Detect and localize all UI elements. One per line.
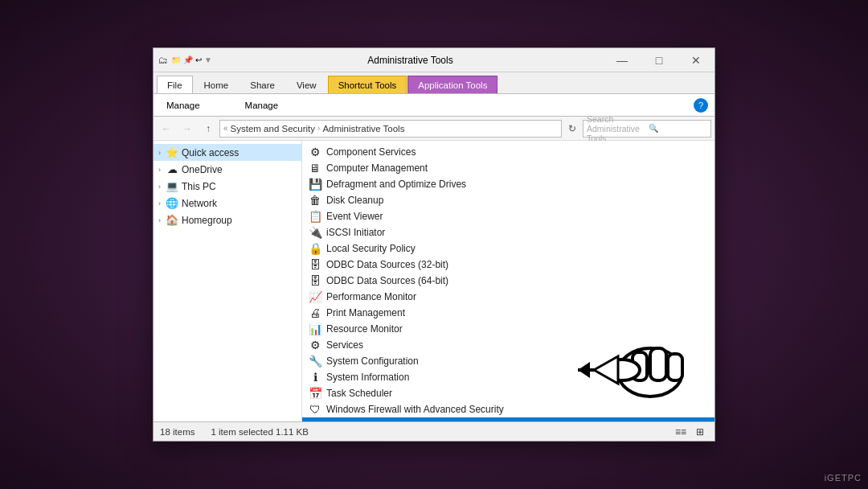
file-item[interactable]: 🛡 Windows Firewall with Advanced Securit… <box>302 401 714 417</box>
tab-view[interactable]: View <box>286 76 327 93</box>
chevron-icon: › <box>158 216 161 224</box>
file-item[interactable]: 📊 Resource Monitor <box>302 321 714 337</box>
homegroup-icon: 🏠 <box>166 214 178 226</box>
file-name: ODBC Data Sources (32-bit) <box>326 259 448 270</box>
item-count: 18 items <box>160 427 194 437</box>
file-icon: 🖨 <box>309 306 321 319</box>
forward-button[interactable]: → <box>178 120 197 138</box>
ribbon-manage-shortcut[interactable]: Manage <box>160 98 207 113</box>
file-item[interactable]: ⚙ Services <box>302 337 714 353</box>
details-view-button[interactable]: ≡≡ <box>673 425 689 439</box>
main-content: › ⭐ Quick access › ☁ OneDrive › 💻 This P… <box>154 141 714 421</box>
sidebar-item-this-pc[interactable]: › 💻 This PC <box>154 178 301 195</box>
file-item[interactable]: 📋 Event Viewer <box>302 208 714 224</box>
tab-file[interactable]: File <box>157 76 193 93</box>
file-item[interactable]: 🗑 Disk Cleanup <box>302 192 714 208</box>
file-item[interactable]: 🔧 System Configuration <box>302 353 714 369</box>
large-icons-view-button[interactable]: ⊞ <box>692 425 708 439</box>
file-name: System Information <box>326 372 409 383</box>
this-pc-icon: 💻 <box>166 180 178 192</box>
file-icon: 🗑 <box>309 194 321 207</box>
file-item[interactable]: ℹ System Information <box>302 369 714 385</box>
file-item[interactable]: 🖥 Computer Management <box>302 160 714 176</box>
breadcrumb-icon: « <box>223 124 228 133</box>
sidebar-label-this-pc: This PC <box>182 181 216 192</box>
ribbon-manage-application[interactable]: Manage <box>239 98 285 113</box>
file-name: System Configuration <box>326 355 419 367</box>
chevron-icon: › <box>158 149 161 157</box>
file-item[interactable]: 🔌 iSCSI Initiator <box>302 224 714 240</box>
sidebar-item-quick-access[interactable]: › ⭐ Quick access <box>154 144 301 161</box>
sidebar-label-quick-access: Quick access <box>182 147 239 158</box>
window-title: Administrative Tools <box>217 48 604 72</box>
tab-application-tools[interactable]: Application Tools <box>407 76 497 93</box>
maximize-button[interactable]: □ <box>641 48 678 72</box>
tab-home[interactable]: Home <box>194 76 240 93</box>
quick-access-icon: ⭐ <box>166 146 178 158</box>
file-icon: 🛡 <box>309 403 321 416</box>
sidebar-label-homegroup: Homegroup <box>182 215 232 226</box>
file-name: Performance Monitor <box>326 291 416 302</box>
file-icon: 📈 <box>309 290 321 303</box>
title-bar-left: 🗂 📁 📌 ↩ ▼ <box>154 48 217 72</box>
file-icon: 🔧 <box>309 355 321 368</box>
file-icon: ⚙ <box>309 339 321 351</box>
file-item[interactable]: 📅 Task Scheduler <box>302 385 714 401</box>
file-item[interactable]: 🗄 ODBC Data Sources (32-bit) <box>302 257 714 273</box>
help-button[interactable]: ? <box>694 98 708 113</box>
file-icon: ℹ <box>309 371 321 384</box>
file-icon: 💾 <box>309 178 321 191</box>
file-name: ODBC Data Sources (64-bit) <box>326 275 448 286</box>
sidebar-item-network[interactable]: › 🌐 Network <box>154 195 301 212</box>
minimize-button[interactable]: — <box>604 48 641 72</box>
view-controls: ≡≡ ⊞ <box>673 425 708 439</box>
chevron-icon: › <box>158 183 161 191</box>
sidebar: › ⭐ Quick access › ☁ OneDrive › 💻 This P… <box>154 141 302 421</box>
back-button[interactable]: ← <box>157 120 176 138</box>
explorer-window: 🗂 📁 📌 ↩ ▼ Administrative Tools — □ ✕ Fil… <box>153 47 715 442</box>
undo-icon: ↩ <box>195 55 202 64</box>
file-name: iSCSI Initiator <box>326 227 385 238</box>
sidebar-item-onedrive[interactable]: › ☁ OneDrive <box>154 161 301 178</box>
file-item[interactable]: 📈 Performance Monitor <box>302 289 714 305</box>
search-box[interactable]: Search Administrative Tools 🔍 <box>583 120 711 138</box>
ribbon-tab-bar: File Home Share View Shortcut Tools Appl… <box>154 72 714 93</box>
sidebar-label-network: Network <box>182 198 217 209</box>
ribbon-group-bar: Manage Manage ? <box>154 93 714 116</box>
tab-shortcut-tools[interactable]: Shortcut Tools <box>328 76 407 93</box>
file-item[interactable]: ⚙ Component Services <box>302 144 714 160</box>
file-item[interactable]: 🔒 Local Security Policy <box>302 240 714 257</box>
address-bar[interactable]: « System and Security › Administrative T… <box>219 120 562 138</box>
file-name: Print Management <box>326 307 405 318</box>
up-button[interactable]: ↑ <box>199 120 218 138</box>
search-placeholder: Search Administrative Tools <box>587 114 646 143</box>
file-icon: 🖥 <box>309 162 321 175</box>
file-icon: 🔒 <box>309 242 321 255</box>
sidebar-label-onedrive: OneDrive <box>182 164 223 175</box>
file-item[interactable]: 💾 Defragment and Optimize Drives <box>302 176 714 192</box>
breadcrumb-admin-tools[interactable]: Administrative Tools <box>322 124 404 134</box>
tab-share[interactable]: Share <box>240 76 285 93</box>
file-name: Defragment and Optimize Drives <box>326 179 466 190</box>
file-item[interactable]: 🖨 Print Management <box>302 305 714 321</box>
search-icon[interactable]: 🔍 <box>649 124 708 133</box>
file-name: Task Scheduler <box>326 388 392 399</box>
file-name: Services <box>326 339 363 351</box>
close-button[interactable]: ✕ <box>678 48 714 72</box>
file-icon: 📋 <box>309 210 321 223</box>
file-list: ⚙ Component Services 🖥 Computer Manageme… <box>302 141 714 421</box>
network-icon: 🌐 <box>166 197 178 209</box>
watermark: iGETPC <box>825 473 862 483</box>
dropdown-icon: ▼ <box>204 55 212 64</box>
sidebar-item-homegroup[interactable]: › 🏠 Homegroup <box>154 212 301 228</box>
ribbon: File Home Share View Shortcut Tools Appl… <box>154 72 714 117</box>
file-icon: 📊 <box>309 323 321 335</box>
selection-info: 1 item selected 1.11 KB <box>211 427 308 437</box>
refresh-button[interactable]: ↻ <box>563 120 581 138</box>
file-name: Component Services <box>326 146 416 158</box>
breadcrumb: System and Security › Administrative Too… <box>231 124 405 134</box>
file-item[interactable]: 🗄 ODBC Data Sources (64-bit) <box>302 273 714 289</box>
breadcrumb-system-security[interactable]: System and Security <box>231 124 315 134</box>
file-name: Disk Cleanup <box>326 195 383 206</box>
window-controls: — □ ✕ <box>604 48 714 72</box>
